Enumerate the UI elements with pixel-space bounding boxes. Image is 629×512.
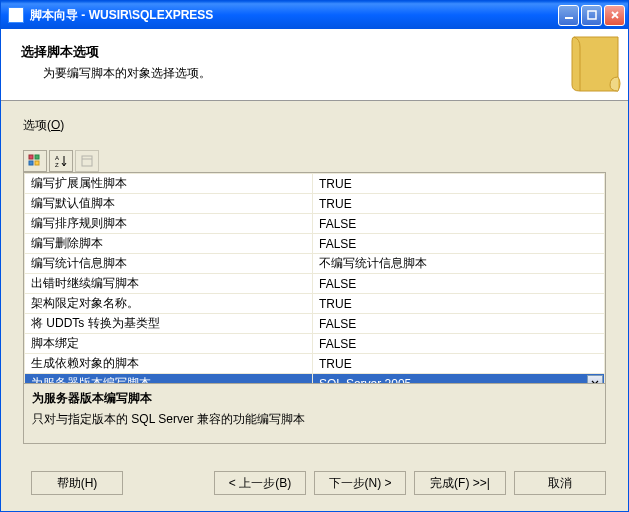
property-name: 脚本绑定 — [25, 334, 313, 354]
page-title: 选择脚本选项 — [21, 43, 608, 61]
property-name: 编写删除脚本 — [25, 234, 313, 254]
property-value[interactable]: FALSE — [313, 334, 605, 354]
property-name: 编写扩展属性脚本 — [25, 174, 313, 194]
wizard-footer: 帮助(H) < 上一步(B) 下一步(N) > 完成(F) >>| 取消 — [1, 457, 628, 511]
property-name: 生成依赖对象的脚本 — [25, 354, 313, 374]
property-value[interactable]: FALSE — [313, 314, 605, 334]
property-grid[interactable]: 编写扩展属性脚本TRUE编写默认值脚本TRUE编写排序规则脚本FALSE编写删除… — [23, 172, 606, 384]
cancel-button[interactable]: 取消 — [514, 471, 606, 495]
svg-rect-4 — [29, 161, 33, 165]
table-row[interactable]: 脚本绑定FALSE — [25, 334, 605, 354]
table-row[interactable]: 编写删除脚本FALSE — [25, 234, 605, 254]
property-table: 编写扩展属性脚本TRUE编写默认值脚本TRUE编写排序规则脚本FALSE编写删除… — [24, 173, 605, 384]
wizard-window: 脚本向导 - WUSIR\SQLEXPRESS 选择脚本选项 为要编写脚本的对象… — [0, 0, 629, 512]
options-label: 选项(O) — [23, 117, 606, 134]
description-panel: 为服务器版本编写脚本 只对与指定版本的 SQL Server 兼容的功能编写脚本 — [23, 384, 606, 444]
property-name: 架构限定对象名称。 — [25, 294, 313, 314]
svg-text:Z: Z — [55, 162, 59, 168]
scroll-decoration-icon — [568, 33, 622, 93]
table-row[interactable]: 为服务器版本编写脚本SQL Server 2005 — [25, 374, 605, 385]
property-value[interactable]: 不编写统计信息脚本 — [313, 254, 605, 274]
property-name: 编写统计信息脚本 — [25, 254, 313, 274]
back-button[interactable]: < 上一步(B) — [214, 471, 306, 495]
property-name: 为服务器版本编写脚本 — [25, 374, 313, 385]
properties-button — [75, 150, 99, 172]
property-value[interactable]: TRUE — [313, 354, 605, 374]
minimize-icon — [564, 10, 574, 20]
svg-text:A: A — [55, 155, 59, 161]
close-button[interactable] — [604, 5, 625, 26]
svg-rect-3 — [35, 155, 39, 159]
property-name: 编写默认值脚本 — [25, 194, 313, 214]
categorized-icon — [28, 154, 42, 168]
sort-az-icon: AZ — [54, 154, 68, 168]
description-text: 只对与指定版本的 SQL Server 兼容的功能编写脚本 — [32, 411, 597, 428]
wizard-body: 选项(O) AZ 编写扩展属性脚本TRUE编写默认值脚 — [1, 101, 628, 457]
table-row[interactable]: 生成依赖对象的脚本TRUE — [25, 354, 605, 374]
table-row[interactable]: 编写扩展属性脚本TRUE — [25, 174, 605, 194]
description-title: 为服务器版本编写脚本 — [32, 390, 597, 407]
table-row[interactable]: 编写排序规则脚本FALSE — [25, 214, 605, 234]
property-value[interactable]: TRUE — [313, 174, 605, 194]
property-name: 出错时继续编写脚本 — [25, 274, 313, 294]
property-value[interactable]: TRUE — [313, 294, 605, 314]
dropdown-arrow[interactable] — [587, 375, 603, 384]
svg-rect-0 — [565, 17, 573, 19]
table-row[interactable]: 将 UDDTs 转换为基类型FALSE — [25, 314, 605, 334]
categorized-button[interactable] — [23, 150, 47, 172]
alphabetical-button[interactable]: AZ — [49, 150, 73, 172]
window-title: 脚本向导 - WUSIR\SQLEXPRESS — [30, 7, 558, 24]
maximize-button[interactable] — [581, 5, 602, 26]
titlebar: 脚本向导 - WUSIR\SQLEXPRESS — [1, 1, 628, 29]
property-value[interactable]: SQL Server 2005 — [313, 374, 605, 385]
properties-icon — [80, 154, 94, 168]
table-row[interactable]: 编写统计信息脚本不编写统计信息脚本 — [25, 254, 605, 274]
svg-rect-1 — [588, 11, 596, 19]
minimize-button[interactable] — [558, 5, 579, 26]
finish-button[interactable]: 完成(F) >>| — [414, 471, 506, 495]
maximize-icon — [587, 10, 597, 20]
table-row[interactable]: 编写默认值脚本TRUE — [25, 194, 605, 214]
table-row[interactable]: 出错时继续编写脚本FALSE — [25, 274, 605, 294]
property-name: 将 UDDTs 转换为基类型 — [25, 314, 313, 334]
next-button[interactable]: 下一步(N) > — [314, 471, 406, 495]
wizard-header: 选择脚本选项 为要编写脚本的对象选择选项。 — [1, 29, 628, 101]
app-icon — [8, 7, 24, 23]
svg-rect-5 — [35, 161, 39, 165]
table-row[interactable]: 架构限定对象名称。TRUE — [25, 294, 605, 314]
window-controls — [558, 5, 625, 26]
property-value[interactable]: FALSE — [313, 234, 605, 254]
svg-rect-2 — [29, 155, 33, 159]
property-value[interactable]: TRUE — [313, 194, 605, 214]
page-subtitle: 为要编写脚本的对象选择选项。 — [43, 65, 608, 82]
close-icon — [610, 10, 620, 20]
property-value[interactable]: FALSE — [313, 214, 605, 234]
property-toolbar: AZ — [23, 150, 606, 172]
property-name: 编写排序规则脚本 — [25, 214, 313, 234]
help-button[interactable]: 帮助(H) — [31, 471, 123, 495]
property-value[interactable]: FALSE — [313, 274, 605, 294]
svg-rect-8 — [82, 156, 92, 166]
